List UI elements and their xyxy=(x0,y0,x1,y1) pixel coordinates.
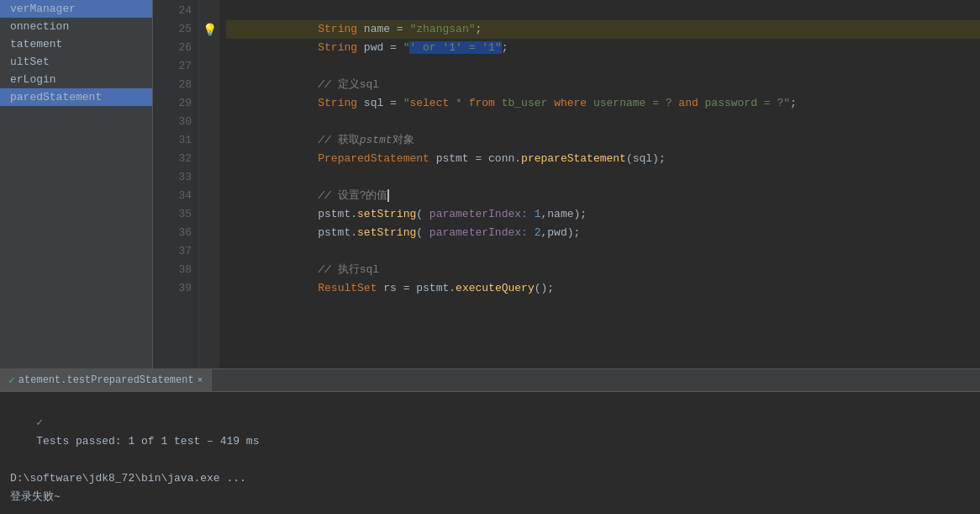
lightbulb-icon[interactable]: 💡 xyxy=(203,23,217,37)
test-check-icon: ✓ xyxy=(36,416,43,429)
editor-area: 24 25 26 27 28 29 30 31 32 33 34 35 36 3… xyxy=(153,0,980,368)
line-numbers: 24 25 26 27 28 29 30 31 32 33 34 35 36 3… xyxy=(153,0,199,368)
sidebar-item-connection[interactable]: onnection xyxy=(0,18,152,35)
console-area: ✓ Tests passed: 1 of 1 test – 419 ms D:\… xyxy=(0,392,980,514)
bottom-tabs: ✓ atement.testPreparedStatement × xyxy=(0,368,980,392)
sidebar-item-resultset[interactable]: ultSet xyxy=(0,53,152,71)
code-lines[interactable]: String name = "zhangsan"; String pwd = "… xyxy=(219,0,980,368)
sidebar: verManager onnection tatement ultSet erL… xyxy=(0,0,153,368)
sidebar-item-statement[interactable]: tatement xyxy=(0,35,152,53)
console-path: D:\software\jdk8_72\bin\java.exe ... xyxy=(0,469,980,488)
code-content: 24 25 26 27 28 29 30 31 32 33 34 35 36 3… xyxy=(153,0,980,368)
code-line-27: // 定义sql xyxy=(226,57,980,76)
test-pass-icon: ✓ xyxy=(8,374,15,387)
sidebar-item-userlogin[interactable]: erLogin xyxy=(0,71,152,88)
sidebar-item-preparedstatement[interactable]: paredStatement xyxy=(0,88,152,106)
code-line-30: // 获取pstmt对象 xyxy=(226,113,980,131)
gutter: 💡 xyxy=(199,0,219,368)
bottom-tab-label: atement.testPreparedStatement xyxy=(18,374,194,386)
console-test-result: ✓ Tests passed: 1 of 1 test – 419 ms xyxy=(0,395,980,469)
main-area: verManager onnection tatement ultSet erL… xyxy=(0,0,980,368)
tab-close-button[interactable]: × xyxy=(198,375,203,385)
code-line-33: // 设置?的值 xyxy=(226,168,980,187)
bottom-tab-test[interactable]: ✓ atement.testPreparedStatement × xyxy=(0,369,212,391)
console-empty xyxy=(0,506,980,514)
code-line-37: // 执行sql xyxy=(226,242,980,261)
sidebar-item-vermanager[interactable]: verManager xyxy=(0,0,152,18)
code-line-24: String name = "zhangsan"; xyxy=(226,2,980,20)
console-chinese: 登录失败~ xyxy=(0,488,980,506)
